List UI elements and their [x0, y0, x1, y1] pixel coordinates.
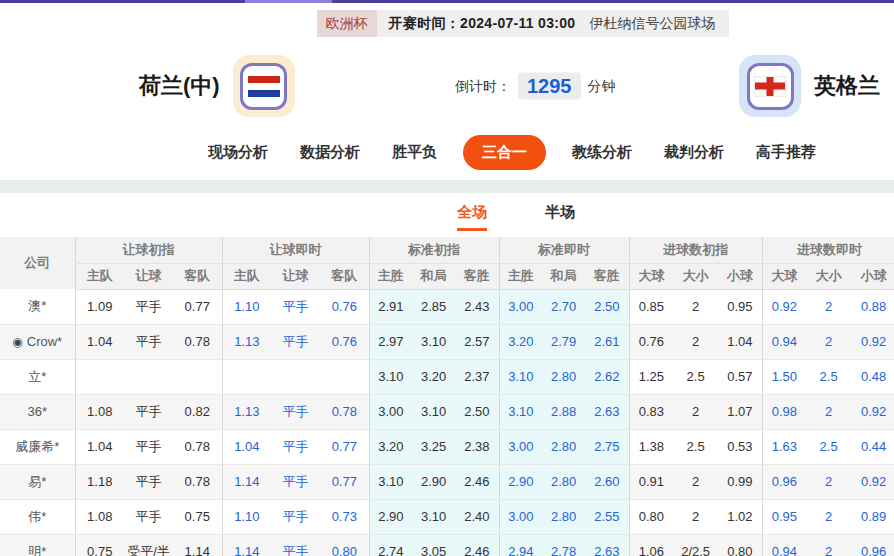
odds-cell: 0.89	[851, 499, 894, 534]
odds-cell: 3.10	[499, 394, 542, 429]
sub-header-0-1: 让球	[124, 263, 173, 289]
odds-cell: 1.14	[222, 534, 271, 556]
company-name[interactable]: 易*	[0, 464, 75, 499]
company-name[interactable]: 36*	[0, 394, 75, 429]
odds-cell: 0.91	[629, 464, 673, 499]
away-team-name: 英格兰	[814, 71, 880, 101]
group-header-2: 标准初指	[369, 237, 499, 263]
period-subtabs: 全场半场	[69, 203, 894, 231]
odds-cell: 2.80	[542, 499, 585, 534]
sub-header-4-0: 大球	[629, 263, 673, 289]
odds-cell: 2.78	[542, 534, 585, 556]
odds-cell: 2.80	[542, 359, 585, 394]
odds-cell: 1.06	[629, 534, 673, 556]
odds-cell: 平手	[124, 324, 173, 359]
sub-header-3-0: 主胜	[499, 263, 542, 289]
odds-cell: 0.99	[718, 464, 762, 499]
odds-cell: 平手	[271, 394, 320, 429]
odds-cell: 1.13	[222, 324, 271, 359]
odds-cell: 3.20	[499, 324, 542, 359]
odds-cell: 0.94	[762, 324, 806, 359]
odds-cell: 1.04	[222, 429, 271, 464]
subtab-0[interactable]: 全场	[457, 203, 487, 231]
odds-cell: 0.78	[173, 429, 222, 464]
odds-cell: 2	[673, 394, 718, 429]
table-row: 威廉希*1.04平手0.781.04平手0.773.203.252.383.00…	[0, 429, 894, 464]
odds-cell: 1.14	[173, 534, 222, 556]
sub-header-5-2: 小球	[851, 263, 894, 289]
odds-cell: 1.38	[629, 429, 673, 464]
odds-cell: 2	[673, 499, 718, 534]
odds-cell: 1.08	[75, 394, 124, 429]
nav-tab-3[interactable]: 三合一	[463, 135, 546, 170]
odds-cell: 0.77	[173, 289, 222, 324]
odds-page: 欧洲杯 开赛时间：2024-07-11 03:00 伊杜纳信号公园球场 荷兰(中…	[0, 0, 894, 556]
odds-cell: 0.73	[320, 499, 369, 534]
odds-cell: 平手	[271, 499, 320, 534]
odds-cell: 2.46	[455, 464, 499, 499]
odds-cell: 0.96	[762, 464, 806, 499]
odds-cell: 0.92	[762, 289, 806, 324]
odds-cell: 2	[806, 464, 851, 499]
company-name[interactable]: 威廉希*	[0, 429, 75, 464]
odds-cell: 平手	[124, 464, 173, 499]
odds-cell: 1.10	[222, 499, 271, 534]
odds-cell: 0.96	[851, 534, 894, 556]
odds-cell: 2.5	[673, 429, 718, 464]
odds-cell: 平手	[271, 429, 320, 464]
odds-cell: 0.57	[718, 359, 762, 394]
home-team: 荷兰(中)	[139, 55, 295, 117]
odds-cell: 0.92	[851, 464, 894, 499]
odds-cell: 3.10	[412, 499, 455, 534]
odds-cell: 2	[806, 534, 851, 556]
company-name[interactable]: 立*	[0, 359, 75, 394]
odds-cell: 2.50	[585, 289, 629, 324]
odds-cell: 3.05	[412, 534, 455, 556]
company-name-label: Crow*	[27, 334, 62, 349]
countdown-label: 倒计时：	[455, 77, 511, 95]
odds-cell: 0.92	[851, 394, 894, 429]
soccer-ball-icon: ◉	[12, 335, 22, 349]
subtab-1[interactable]: 半场	[545, 203, 575, 231]
sub-header-3-1: 和局	[542, 263, 585, 289]
company-name[interactable]: 明*	[0, 534, 75, 556]
home-team-name: 荷兰(中)	[139, 71, 220, 101]
odds-cell: 2	[673, 464, 718, 499]
sub-header-0-0: 主队	[75, 263, 124, 289]
table-row: 36*1.08平手0.821.13平手0.783.003.102.503.102…	[0, 394, 894, 429]
odds-cell: 0.80	[320, 534, 369, 556]
nav-tab-6[interactable]: 高手推荐	[740, 143, 832, 162]
odds-cell: 0.75	[173, 499, 222, 534]
sub-header-3-2: 客胜	[585, 263, 629, 289]
odds-cell: 1.10	[222, 289, 271, 324]
odds-cell	[222, 359, 271, 394]
odds-cell: 2.90	[369, 499, 412, 534]
odds-cell: 2/2.5	[673, 534, 718, 556]
countdown: 倒计时： 1295 分钟	[455, 73, 616, 100]
odds-cell: 3.10	[412, 324, 455, 359]
odds-cell: 2.62	[585, 359, 629, 394]
odds-cell: 0.77	[320, 464, 369, 499]
table-row: 立*3.103.202.373.102.802.621.252.50.571.5…	[0, 359, 894, 394]
nav-tab-2[interactable]: 胜平负	[376, 143, 453, 162]
odds-cell: 2.5	[806, 429, 851, 464]
company-name[interactable]: 澳*	[0, 289, 75, 324]
company-name-label: 威廉希*	[15, 439, 59, 454]
nav-tab-4[interactable]: 教练分析	[556, 143, 648, 162]
odds-cell: 0.77	[320, 429, 369, 464]
company-name[interactable]: ◉Crow*	[0, 324, 75, 359]
odds-cell: 1.63	[762, 429, 806, 464]
odds-cell: 2.55	[585, 499, 629, 534]
odds-cell: 0.80	[629, 499, 673, 534]
odds-cell: 1.14	[222, 464, 271, 499]
sub-header-1-0: 主队	[222, 263, 271, 289]
group-header-3: 标准即时	[499, 237, 629, 263]
company-name[interactable]: 伟*	[0, 499, 75, 534]
nav-tab-1[interactable]: 数据分析	[284, 143, 376, 162]
odds-cell: 0.95	[762, 499, 806, 534]
odds-cell: 2.5	[806, 359, 851, 394]
nav-tab-0[interactable]: 现场分析	[192, 143, 284, 162]
nav-tab-5[interactable]: 裁判分析	[648, 143, 740, 162]
odds-cell: 2.91	[369, 289, 412, 324]
odds-cell: 1.04	[75, 429, 124, 464]
